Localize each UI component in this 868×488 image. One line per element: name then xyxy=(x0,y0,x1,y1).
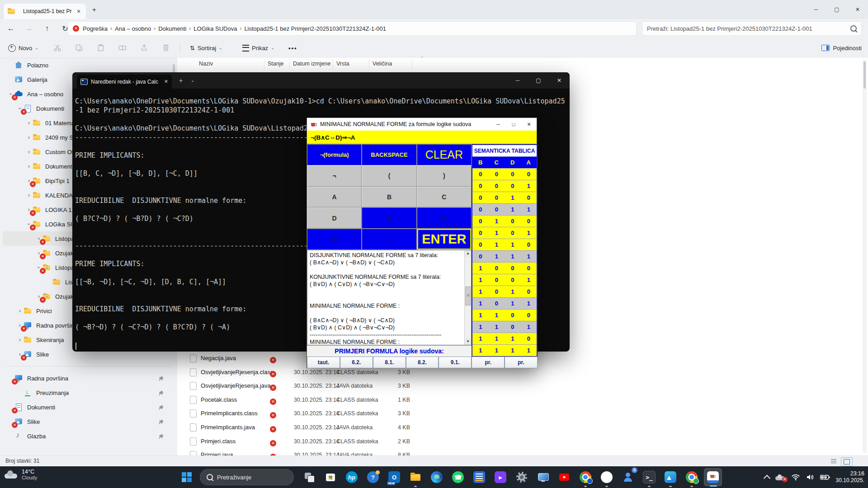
view-button[interactable]: Prikaz ⌄ xyxy=(239,41,278,55)
breadcrumb-item[interactable]: LOGika SUDova › xyxy=(192,24,242,33)
explorer-minimize-button[interactable]: ─ xyxy=(806,0,826,19)
terminal-title-bar[interactable]: Naredbeni redak - java Calc ✕ + ⌄ ─ ▢ ✕ xyxy=(72,72,570,89)
taskbar-app-button[interactable] xyxy=(406,468,425,486)
example-62-button[interactable]: 6.2. xyxy=(340,357,373,368)
explorer-close-button[interactable]: ✕ xyxy=(847,0,868,19)
example-pr2-button[interactable]: pr. xyxy=(505,357,538,368)
taskbar-app-button[interactable]: 5 xyxy=(619,468,637,486)
breadcrumb-item[interactable]: Ana – osobno › xyxy=(113,24,156,33)
key-backspace[interactable]: BACKSPACE xyxy=(362,144,416,165)
file-row[interactable]: PrimeImplicants.class ✕ 30.10.2025. 23:1… xyxy=(177,407,864,420)
new-tab-button[interactable]: + xyxy=(92,5,96,13)
taskbar-app-button[interactable] xyxy=(513,468,531,486)
file-row[interactable]: OsvjetljivanjeRjesenja.java ✕ 30.10.2025… xyxy=(177,379,864,393)
key-b[interactable]: B xyxy=(362,187,416,208)
taskbar-app-button[interactable] xyxy=(321,468,340,486)
column-datum[interactable]: Datum izmjene xyxy=(293,61,330,67)
key-a[interactable]: A xyxy=(307,187,362,208)
taskbar-app-button[interactable]: * xyxy=(598,468,616,486)
column-vrsta[interactable]: Vrsta xyxy=(336,61,349,67)
taskbar-app-button[interactable] xyxy=(534,468,552,486)
paste-icon[interactable] xyxy=(97,44,105,52)
up-button[interactable]: ↑ xyxy=(40,21,54,36)
file-row[interactable]: Pocetak.class ✕ 30.10.2025. 23:14 CLASS … xyxy=(177,393,864,407)
key-d[interactable]: D xyxy=(307,207,362,229)
taskbar-app-button[interactable] xyxy=(470,468,488,486)
copy-icon[interactable] xyxy=(75,44,83,52)
taskbar-app-button[interactable] xyxy=(300,468,318,486)
terminal-maximize-button[interactable]: ▢ xyxy=(528,72,549,89)
sort-button[interactable]: ⇅ Sortiraj ⌄ xyxy=(186,41,226,55)
search-input[interactable]: Pretraži: Listopad25-1 bez Primjeri2-202… xyxy=(642,21,862,36)
key-close-paren[interactable]: ) xyxy=(417,165,472,187)
taskbar-app-button[interactable]: O NEW xyxy=(385,468,403,486)
chevron-right-icon[interactable]: › xyxy=(16,337,24,343)
file-row[interactable]: Primjeri.java ✕ 30.10.2025. 23:14 JAVA d… xyxy=(177,448,864,455)
chevron-right-icon[interactable]: › xyxy=(25,134,33,141)
delete-icon[interactable] xyxy=(162,44,170,52)
chevron-down-icon[interactable]: ⌄ xyxy=(191,78,194,83)
column-stanje[interactable]: Stanje xyxy=(268,61,283,67)
cut-icon[interactable] xyxy=(53,44,61,52)
key-not[interactable]: ¬ xyxy=(307,165,362,187)
taskbar-app-button[interactable] xyxy=(428,468,446,486)
chevron-up-icon[interactable] xyxy=(764,474,769,481)
tab-close-icon[interactable]: ✕ xyxy=(75,9,82,14)
rename-icon[interactable] xyxy=(118,44,127,52)
chevron-right-icon[interactable]: › xyxy=(16,308,24,314)
example-81-button[interactable]: 8.1. xyxy=(373,357,406,368)
sidebar-item[interactable]: ✕ Polazno xyxy=(3,58,175,72)
battery-icon[interactable] xyxy=(820,474,830,480)
details-pane-button[interactable]: Pojedinosti xyxy=(821,41,862,55)
chevron-right-icon[interactable]: › xyxy=(25,149,33,155)
key-not-formula[interactable]: ¬(formula) xyxy=(307,144,362,165)
key-iff[interactable]: ⇔ xyxy=(362,229,416,250)
column-naziv[interactable]: Naziv xyxy=(199,61,213,67)
chevron-right-icon[interactable]: › xyxy=(25,163,33,169)
sidebar-item[interactable]: ✕ Dokumenti xyxy=(3,400,175,414)
back-button[interactable]: ← xyxy=(4,21,18,36)
sidebar-item[interactable]: ✕ Glazba xyxy=(3,429,175,443)
onedrive-error-icon[interactable]: ✕ xyxy=(775,474,785,480)
taskbar-app-button[interactable] xyxy=(661,468,679,486)
calc-scrollbar[interactable]: ▲ ▼ xyxy=(464,250,471,345)
taskbar-app-button[interactable] xyxy=(704,468,722,486)
sidebar-item[interactable]: ✕ Slike xyxy=(3,414,175,429)
file-pane-scrollbar[interactable] xyxy=(863,60,867,453)
scroll-thumb[interactable] xyxy=(465,286,471,305)
example-91-button[interactable]: 9.1. xyxy=(439,357,472,368)
formula-input[interactable]: ¬(B∧C⇔D)⇒¬A xyxy=(307,131,537,144)
scroll-up-icon[interactable]: ▲ xyxy=(465,250,471,257)
breadcrumb-item[interactable]: Pogreška › xyxy=(81,24,113,33)
chevron-right-icon[interactable]: › xyxy=(25,192,33,198)
sidebar-item[interactable]: ✕ Radna površina xyxy=(3,371,175,385)
file-row[interactable]: Primjeri.class ✕ 30.10.2025. 23:14 CLASS… xyxy=(177,435,864,448)
taskbar-app-button[interactable]: hp xyxy=(343,468,361,486)
example-pr1-button[interactable]: pr. xyxy=(472,357,505,368)
key-open-paren[interactable]: ( xyxy=(362,165,416,187)
share-icon[interactable] xyxy=(140,44,148,52)
list-view-toggle[interactable] xyxy=(828,457,839,465)
taskbar-app-button[interactable] xyxy=(576,468,594,486)
taskbar-app-button[interactable]: ? xyxy=(364,468,382,486)
example-taut-button[interactable]: taut. xyxy=(307,357,340,368)
details-view-toggle[interactable] xyxy=(841,457,853,466)
terminal-tab[interactable]: Naredbeni redak - java Calc ✕ xyxy=(77,75,172,89)
key-c[interactable]: C xyxy=(417,187,472,208)
taskbar-search[interactable]: Pretraživanje xyxy=(200,469,294,485)
key-or[interactable]: ∨ xyxy=(417,207,472,229)
explorer-maximize-button[interactable]: ▢ xyxy=(826,0,847,19)
volume-icon[interactable] xyxy=(806,474,814,481)
calc-close-button[interactable]: ✕ xyxy=(521,118,537,131)
example-82-button[interactable]: 8.2. xyxy=(406,357,439,368)
taskbar-app-button[interactable]: ▸ xyxy=(491,468,509,486)
column-velicina[interactable]: Veličina xyxy=(373,61,392,67)
taskbar-app-button[interactable]: ☎ xyxy=(449,468,467,486)
breadcrumb-item[interactable]: Dokumenti › xyxy=(156,24,192,33)
key-enter[interactable]: ENTER xyxy=(417,229,472,250)
terminal-minimize-button[interactable]: ─ xyxy=(507,72,528,89)
key-and[interactable]: ∧ xyxy=(362,207,416,229)
taskbar-app-button[interactable] xyxy=(683,468,701,486)
terminal-close-button[interactable]: ✕ xyxy=(549,72,570,89)
breadcrumb-item[interactable]: Listopad25-1 bez Primjeri2-20251030T2213… xyxy=(242,24,388,33)
